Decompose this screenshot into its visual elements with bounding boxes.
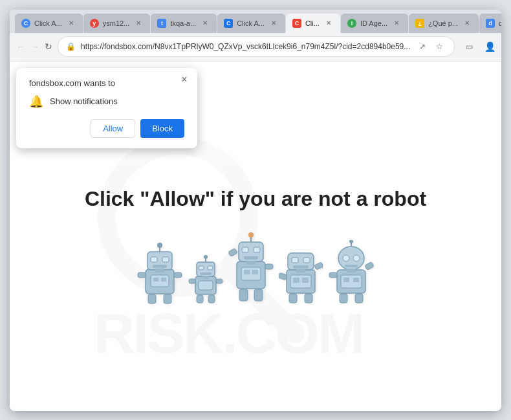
svg-rect-51 — [293, 265, 309, 269]
svg-rect-40 — [244, 270, 250, 274]
svg-point-22 — [204, 255, 208, 259]
tab-2[interactable]: y ysm12... ✕ — [83, 14, 151, 33]
popup-notification-row: 🔔 Show notifications — [29, 94, 184, 109]
popup-item-label: Show notifications — [50, 96, 118, 106]
svg-rect-38 — [244, 256, 258, 260]
tab-1-close[interactable]: ✕ — [66, 18, 76, 28]
notification-popup: × fondsbox.com wants to 🔔 Show notificat… — [16, 68, 197, 148]
svg-rect-23 — [199, 266, 204, 270]
page-content: RISK.COM × fondsbox.com wants to 🔔 Show … — [10, 61, 501, 411]
forward-icon: → — [30, 41, 39, 52]
robot-1 — [136, 240, 183, 305]
svg-rect-37 — [254, 247, 260, 252]
tab-5-active[interactable]: C Cli... ✕ — [286, 14, 340, 33]
svg-rect-61 — [347, 269, 356, 272]
tab-5-close[interactable]: ✕ — [323, 18, 334, 28]
address-bar[interactable]: 🔒 https://fondsbox.com/N8vx1TpPRlyW0_QZx… — [58, 36, 455, 57]
block-button[interactable]: Block — [140, 119, 184, 138]
popup-site-name: fondsbox.com wants to — [29, 78, 184, 88]
svg-rect-12 — [153, 278, 158, 282]
svg-rect-15 — [164, 294, 171, 304]
svg-point-65 — [353, 255, 360, 261]
nav-right-actions: ▭ 👤 ⋮ — [460, 38, 501, 56]
tab-6-favicon: I — [347, 19, 356, 28]
svg-rect-13 — [161, 278, 166, 282]
svg-rect-28 — [208, 295, 215, 303]
tab-8-favicon: d — [486, 19, 495, 28]
tabs-bar: C Click A... ✕ y ysm12... ✕ t tkqa-a... … — [15, 10, 501, 33]
tab-3-close[interactable]: ✕ — [200, 18, 210, 28]
svg-text:RISK.COM: RISK.COM — [94, 301, 363, 365]
share-icon[interactable]: ↗ — [415, 39, 429, 54]
popup-close-button[interactable]: × — [178, 73, 191, 86]
tab-5-favicon: C — [292, 19, 301, 28]
svg-rect-20 — [202, 276, 209, 279]
tab-6-close[interactable]: ✕ — [391, 18, 402, 28]
svg-rect-57 — [279, 272, 287, 280]
tab-3[interactable]: t tkqa-a... ✕ — [151, 14, 217, 33]
tab-6[interactable]: I ID Age... ✕ — [341, 14, 408, 33]
bookmark-icon[interactable]: ☆ — [432, 39, 446, 54]
reload-button[interactable]: ↻ — [45, 38, 52, 56]
tab-3-favicon: t — [157, 19, 166, 28]
robot-2 — [188, 253, 223, 305]
tab-5-title: Cli... — [305, 19, 320, 27]
svg-rect-30 — [216, 279, 223, 283]
robot-4 — [279, 241, 323, 305]
tab-4-close[interactable]: ✕ — [268, 18, 279, 28]
tab-7-close[interactable]: ✕ — [462, 18, 472, 28]
svg-rect-66 — [345, 265, 358, 267]
svg-rect-73 — [365, 261, 374, 270]
svg-rect-44 — [228, 248, 237, 256]
svg-rect-43 — [254, 289, 263, 301]
svg-rect-16 — [138, 272, 146, 278]
tab-2-close[interactable]: ✕ — [133, 18, 144, 28]
svg-rect-26 — [199, 281, 213, 290]
svg-rect-24 — [208, 266, 213, 270]
tab-7-favicon: ¿ — [415, 19, 424, 28]
reload-icon: ↻ — [45, 41, 52, 52]
popup-action-buttons: Allow Block — [29, 119, 184, 138]
svg-rect-54 — [302, 278, 309, 283]
svg-rect-17 — [174, 272, 182, 278]
tab-2-favicon: y — [90, 19, 99, 28]
allow-button[interactable]: Allow — [91, 119, 135, 138]
svg-rect-70 — [340, 294, 347, 303]
svg-rect-36 — [242, 247, 248, 252]
svg-rect-8 — [151, 257, 157, 262]
tab-1-title: Click A... — [34, 19, 62, 27]
svg-rect-58 — [314, 261, 323, 269]
svg-point-64 — [343, 255, 349, 261]
sidebar-icon: ▭ — [466, 42, 473, 51]
tab-8[interactable]: d danda... ✕ — [479, 14, 501, 33]
tab-7[interactable]: ¿ ¿Qué p... ✕ — [409, 14, 479, 33]
svg-rect-9 — [162, 257, 169, 262]
robots-illustration — [136, 230, 375, 305]
svg-rect-10 — [153, 265, 167, 268]
sidebar-button[interactable]: ▭ — [460, 38, 478, 56]
svg-rect-29 — [189, 279, 195, 283]
svg-rect-33 — [246, 261, 256, 265]
tab-4[interactable]: C Click A... ✕ — [217, 14, 285, 33]
svg-rect-49 — [292, 258, 298, 263]
main-heading: Click "Allow" if you are not a robot — [85, 187, 426, 211]
tab-1-favicon: C — [21, 19, 30, 28]
back-button[interactable]: ← — [16, 38, 25, 56]
bell-icon: 🔔 — [29, 94, 43, 109]
svg-rect-41 — [252, 270, 258, 274]
address-actions: ↗ ☆ — [415, 39, 446, 54]
url-text: https://fondsbox.com/N8vx1TpPRlyW0_QZxVp… — [81, 42, 410, 51]
svg-point-35 — [248, 232, 254, 238]
tab-4-title: Click A... — [237, 19, 265, 27]
back-icon: ← — [16, 41, 25, 52]
svg-rect-50 — [303, 258, 310, 263]
svg-rect-45 — [265, 264, 273, 269]
svg-rect-53 — [293, 278, 299, 283]
svg-point-7 — [157, 243, 162, 248]
tab-1[interactable]: C Click A... ✕ — [15, 14, 83, 33]
svg-rect-48 — [296, 269, 305, 272]
title-bar: C Click A... ✕ y ysm12... ✕ t tkqa-a... … — [10, 10, 501, 33]
profile-button[interactable]: 👤 — [481, 38, 499, 56]
tab-6-title: ID Age... — [360, 19, 387, 27]
forward-button[interactable]: → — [30, 38, 39, 56]
